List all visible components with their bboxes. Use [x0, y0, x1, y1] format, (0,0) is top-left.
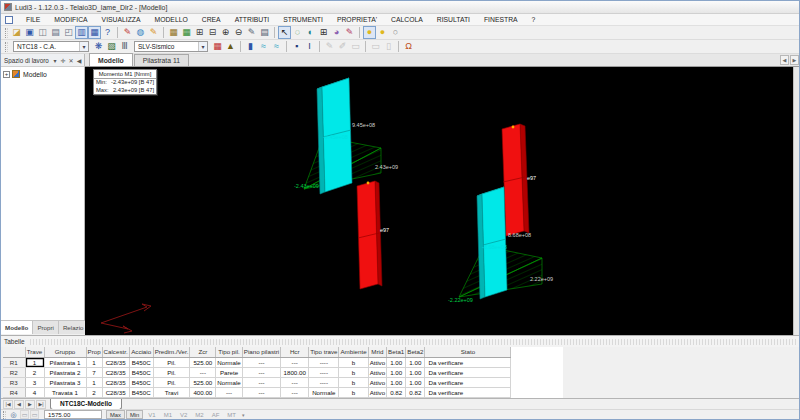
frame-1-icon[interactable]: ▭	[369, 40, 382, 53]
tree-item-modello[interactable]: + Modello	[1, 67, 84, 81]
cell-tipo-trave[interactable]: ----	[309, 367, 339, 377]
mdi-child-icon[interactable]	[5, 16, 13, 24]
snap-1-button[interactable]: ▭	[20, 410, 29, 419]
snap-2-button[interactable]: ▭	[30, 410, 39, 419]
menu-strumenti[interactable]: STRUMENTI	[276, 14, 330, 26]
cell-gruppo[interactable]: Pilastrata 1	[44, 357, 86, 367]
cell-predim-ver[interactable]: Pil.	[153, 367, 190, 377]
cell-zcr[interactable]: 525.00	[190, 377, 216, 387]
viewport-canvas[interactable]: 9.45e+08-9.45e+082.43e+09-2.43e+09e97e97…	[85, 67, 793, 335]
cell-acciaio[interactable]: B450C	[129, 367, 153, 377]
cell-tipo-pil[interactable]: Parete	[216, 367, 242, 377]
cell-stato[interactable]: Da verificare	[425, 357, 511, 367]
view-sheet-icon[interactable]: ▦	[88, 26, 101, 39]
context-help-icon[interactable]: ?	[101, 26, 114, 39]
cell-hcr[interactable]: ---	[281, 387, 309, 397]
cell-tipo-pil[interactable]: Normale	[216, 377, 242, 387]
coordinate-field[interactable]: 1575.00	[44, 410, 102, 419]
more-components-arrow-icon[interactable]: ▾	[242, 412, 245, 418]
cell-beta2[interactable]: 1.00	[406, 357, 425, 367]
cell-calcestr[interactable]: C28/35	[102, 357, 129, 367]
cell-ambiente[interactable]: b	[339, 357, 368, 367]
cell-ambiente[interactable]: b	[339, 377, 368, 387]
column-header-rowhdr[interactable]	[3, 347, 25, 357]
building-columns-icon[interactable]: Ⅲ	[118, 40, 131, 53]
column-header-predim-ver[interactable]: Predim./Ver.	[153, 347, 190, 357]
sheet-nav-first-icon[interactable]: |◀	[3, 400, 13, 409]
red-pen-icon[interactable]: ✎	[343, 26, 356, 39]
column-header-trave[interactable]: Trave	[25, 347, 44, 357]
dropdown-arrow-icon[interactable]: ▾	[198, 42, 207, 51]
sheet-edit-icon[interactable]: ✎	[245, 26, 258, 39]
cell-piano-pilastri[interactable]: ---	[242, 377, 280, 387]
cell-gruppo[interactable]: Travata 1	[44, 387, 86, 397]
cell-trave[interactable]: 3	[25, 377, 44, 387]
column-red-1-node-dot[interactable]	[367, 182, 370, 185]
table-bolt-icon[interactable]: ▦	[167, 26, 180, 39]
cell-calcestr[interactable]: C28/35	[102, 387, 129, 397]
menu-modifica[interactable]: MODIFICA	[47, 14, 94, 26]
cell-hcr[interactable]: 1800.00	[281, 367, 309, 377]
zoom-in-icon[interactable]: ⊕	[219, 26, 232, 39]
panel-drag-texture[interactable]	[30, 339, 796, 345]
component-v1-button[interactable]: V1	[148, 412, 155, 418]
cell-zcr[interactable]: 525.00	[190, 357, 216, 367]
column-header-gruppo[interactable]: Gruppo	[44, 347, 86, 357]
copy-icon[interactable]: ◫	[36, 26, 49, 39]
rendered-sphere-icon[interactable]: ◕	[330, 26, 343, 39]
column-header-ambiente[interactable]: Ambiente	[339, 347, 368, 357]
mode-shape-1-icon[interactable]: ≈	[257, 40, 270, 53]
cell-mrid[interactable]: Attivo	[368, 357, 386, 367]
refresh-omega-icon[interactable]: Ω	[402, 40, 415, 53]
menu-modello[interactable]: MODELLO	[148, 14, 195, 26]
menu-risultati[interactable]: RISULTATI	[430, 14, 477, 26]
row-header[interactable]: R2	[3, 367, 25, 377]
cell-calcestr[interactable]: C28/35	[102, 367, 129, 377]
sidebar-tab-propri[interactable]: Propri	[33, 321, 59, 334]
cell-tipo-pil[interactable]: ---	[216, 387, 242, 397]
cell-tipo-pil[interactable]: Normale	[216, 357, 242, 367]
cell-acciaio[interactable]: B450C	[129, 357, 153, 367]
statusbar-grip[interactable]	[3, 411, 6, 419]
mode-shape-2-icon[interactable]: ≈	[270, 40, 283, 53]
min-button[interactable]: Min	[126, 410, 143, 419]
cell-stato[interactable]: Da verificare	[425, 377, 511, 387]
cell-tipo-trave[interactable]: ----	[309, 357, 339, 367]
draw-pen-icon[interactable]: ✎	[323, 40, 336, 53]
column-header-beta2[interactable]: Beta2	[406, 347, 425, 357]
cell-hcr[interactable]: ---	[281, 357, 309, 367]
menu-help[interactable]: ?	[525, 14, 543, 26]
view-model-icon[interactable]: ▥	[75, 26, 88, 39]
cell-piano-pilastri[interactable]: ---	[242, 357, 280, 367]
select-cursor-icon[interactable]: ↖	[278, 26, 291, 39]
column-header-hcr[interactable]: Hcr	[281, 347, 309, 357]
cell-predim-ver[interactable]: Pil.	[153, 357, 190, 367]
print-icon[interactable]: ▤	[49, 26, 62, 39]
cell-ambiente[interactable]: b	[339, 367, 368, 377]
cell-prop[interactable]: 1	[86, 377, 102, 387]
save-icon[interactable]: ▣	[23, 26, 36, 39]
cell-zcr[interactable]: ---	[190, 367, 216, 377]
cell-prop[interactable]: 1	[86, 357, 102, 367]
component-m2-button[interactable]: M2	[195, 412, 203, 418]
light-on-icon[interactable]: ●	[363, 26, 376, 39]
tab-scroll-right-icon[interactable]: ▶	[790, 55, 799, 65]
table-remove-icon[interactable]: ⊟	[206, 26, 219, 39]
cell-trave[interactable]: 4	[25, 387, 44, 397]
code-combo[interactable]: NTC18 - C.A.▾	[13, 41, 89, 52]
column-header-beta1[interactable]: Beta1	[387, 347, 406, 357]
toolbar-grip[interactable]	[5, 42, 8, 52]
pin-icon[interactable]: ✛	[59, 56, 67, 65]
component-mt-button[interactable]: MT	[227, 412, 236, 418]
cell-beta1[interactable]: 1.00	[387, 367, 406, 377]
row-header[interactable]: R4	[3, 387, 25, 397]
title-bar[interactable]: Ludi3 - 1.12.0.3 - Telaio3D_lame_Dir2 - …	[1, 1, 799, 14]
component-af-button[interactable]: AF	[212, 412, 220, 418]
cell-predim-ver[interactable]: Travi	[153, 387, 190, 397]
cell-mrid[interactable]: Attivo	[368, 377, 386, 387]
world-view-icon[interactable]: ◍	[134, 26, 147, 39]
cell-ambiente[interactable]: b	[339, 387, 368, 397]
column-red-2-node-dot[interactable]	[512, 126, 515, 129]
column-header-calcestr[interactable]: Calcestr.	[102, 347, 129, 357]
sheet-nav-next-icon[interactable]: ▶	[25, 400, 35, 409]
